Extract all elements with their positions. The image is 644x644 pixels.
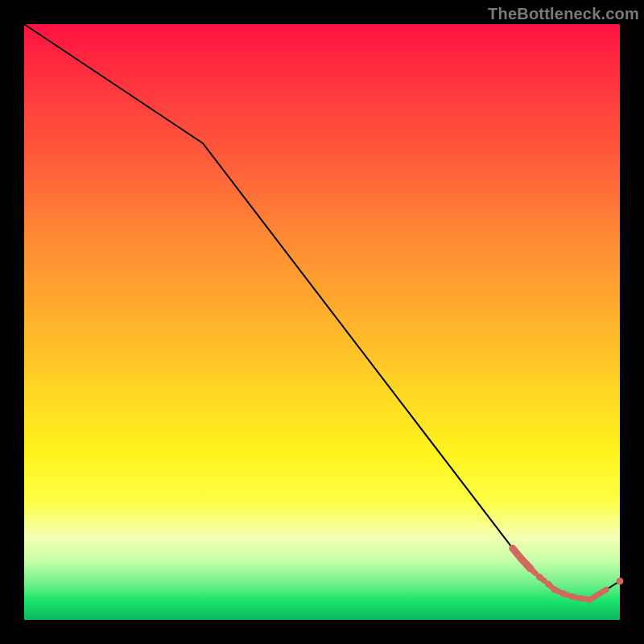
chart-svg xyxy=(0,0,644,644)
chart-highlight-dot xyxy=(551,586,557,592)
chart-highlight-dot xyxy=(545,580,551,587)
chart-highlight-dot xyxy=(527,565,534,572)
chart-highlight-dot xyxy=(560,590,567,597)
chart-highlight-dot xyxy=(569,593,576,600)
chart-stage: TheBottleneck.com xyxy=(0,0,644,644)
chart-highlight-end-dot xyxy=(617,577,624,584)
chart-highlight-dot xyxy=(587,597,593,603)
chart-highlight-layer xyxy=(513,548,624,603)
chart-main-line xyxy=(24,24,620,600)
chart-highlight-solid xyxy=(513,548,530,568)
chart-highlight-dash xyxy=(593,589,606,597)
chart-highlight-dot xyxy=(536,574,543,580)
chart-highlight-dot xyxy=(578,595,584,601)
